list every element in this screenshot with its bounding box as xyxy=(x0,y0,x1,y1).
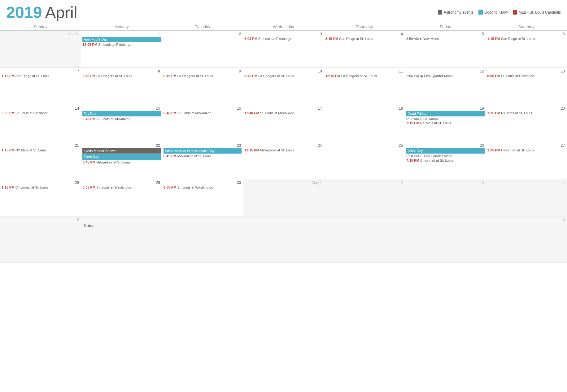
mlb-event: 6:40 PM St. Louis at Milwaukee xyxy=(164,111,242,115)
mlb-event: 12:40 PM St. Louis at Milwaukee xyxy=(244,111,322,115)
day-number: 17 xyxy=(244,106,322,111)
calendar-day: 19Good Friday6:12 AM ○ Full Moon7:15 PM … xyxy=(405,105,486,142)
notes-label: Notes xyxy=(82,223,565,229)
calendar-day: 36:05 PM St. Louis at Pittsburgh xyxy=(243,31,324,68)
mlb-event: 7:15 PM NY Mets at St. Louis xyxy=(406,121,484,125)
header-thursday: Thursday xyxy=(324,23,405,31)
event-time: 6:45 PM xyxy=(244,74,257,78)
event-text: First Quarter Moon xyxy=(423,74,452,78)
event-text: LA Dodgers at St. Louis xyxy=(176,74,213,78)
calendar-day: 166:40 PM St. Louis at Milwaukee xyxy=(162,105,243,142)
calendar-day: 5 xyxy=(0,216,81,263)
astronomy-event: 6:12 AM ○ Full Moon xyxy=(406,117,484,121)
event-time: 6:05 PM xyxy=(82,185,95,189)
calendar-day: 22Lyrids Meteor ShowerEarth Day6:45 PM M… xyxy=(81,142,162,179)
legend-box-mlb xyxy=(513,10,517,15)
event-text: Cincinnati at St. Louis xyxy=(419,159,453,162)
mlb-event: 1:15 PM Cincinnati at St. Louis xyxy=(487,148,565,152)
good-to-know-event: April Fool's Day xyxy=(82,37,160,42)
event-text: St. Louis at Milwaukee xyxy=(95,117,130,121)
legend-label-good-to-know: Good to Know xyxy=(484,10,508,15)
year: 2019 xyxy=(6,3,42,22)
calendar-day: 23Administrative Professionals Day6:45 P… xyxy=(162,142,243,179)
mlb-event: 6:05 PM St. Louis at Cincinnati xyxy=(487,74,565,78)
event-time: 1:15 PM xyxy=(487,148,500,152)
good-to-know-event: Arbor Day xyxy=(406,148,484,154)
event-time: 1:15 PM xyxy=(2,74,15,78)
legend-box-astronomy xyxy=(438,10,442,15)
event-text: St. Louis at Washington xyxy=(95,185,132,189)
mlb-event: 6:45 PM Milwaukee at St. Louis xyxy=(164,154,242,158)
day-number: 13 xyxy=(487,68,565,74)
calendar-day: 106:45 PM LA Dodgers at St. Louis xyxy=(243,68,324,105)
day-number: 29 xyxy=(82,180,160,185)
notes-cell: 6Notes xyxy=(81,216,567,263)
header-tuesday: Tuesday xyxy=(162,23,243,31)
day-number: 16 xyxy=(164,106,242,111)
calendar-day: 15Tax Day6:40 PM St. Louis at Milwaukee xyxy=(81,105,162,142)
legend-box-good-to-know xyxy=(478,10,483,15)
day-number: 2 xyxy=(164,31,242,37)
day-number: 20 xyxy=(487,106,565,111)
event-text: Milwaukee at St. Louis xyxy=(95,160,130,164)
event-time: 6:45 PM xyxy=(82,74,95,78)
event-text: St. Louis at Pittsburgh xyxy=(257,37,292,41)
event-time: 5:18 PM ☾ xyxy=(406,154,423,158)
astronomy-event: 3:50 AM ● New Moon xyxy=(406,37,484,41)
calendar-day: 53:50 AM ● New Moon xyxy=(405,31,486,68)
event-time: 6:45 PM xyxy=(164,154,177,158)
calendar-day: 136:05 PM St. Louis at Cincinnati xyxy=(486,68,567,105)
day-number: 2 xyxy=(325,180,403,185)
event-time: 1:15 PM xyxy=(487,37,500,41)
event-time: 6:05 PM xyxy=(487,74,500,78)
calendar-day: 18 xyxy=(324,105,405,142)
astronomy-event: 5:18 PM ☾ Last Quarter Moon xyxy=(406,154,484,158)
day-number: 18 xyxy=(325,106,403,111)
calendar-day: 26Arbor Day5:18 PM ☾ Last Quarter Moon7:… xyxy=(405,142,486,179)
month: April xyxy=(45,3,77,22)
event-time: 2:06 PM ◑ xyxy=(406,74,423,78)
mlb-event: 6:05 PM St. Louis at Washington xyxy=(82,185,160,189)
mlb-event: 1:15 PM San Diego at St. Louis xyxy=(2,74,80,78)
calendar-day: 2 xyxy=(162,31,243,68)
event-time: 6:40 PM xyxy=(164,111,177,115)
event-time: 6:05 PM xyxy=(164,185,177,189)
header-wednesday: Wednesday xyxy=(243,23,324,31)
day-number: Mar 31 xyxy=(2,31,80,37)
event-text: St. Louis at Washington xyxy=(176,185,213,189)
calendar-day: 1April Fool's Day12:05 PM St. Louis at P… xyxy=(81,31,162,68)
day-number: 9 xyxy=(164,68,242,74)
legend-good-to-know: Good to Know xyxy=(478,10,508,15)
event-text: Full Moon xyxy=(422,117,438,121)
event-text: St. Louis at Cincinnati xyxy=(500,74,534,78)
calendar-day: 61:15 PM San Diego at St. Louis xyxy=(486,31,567,68)
day-number: 26 xyxy=(406,143,484,148)
event-time: 6:05 PM xyxy=(244,37,257,41)
day-number: 24 xyxy=(244,143,322,148)
event-time: 6:12 AM ○ xyxy=(406,117,422,121)
mlb-event: 3:05 PM St. Louis at Cincinnati xyxy=(2,111,80,115)
event-text: Milwaukee at St. Louis xyxy=(259,148,294,152)
calendar-day: May 1 xyxy=(243,179,324,216)
mlb-event: 1:15 PM NY Mets at St. Louis xyxy=(487,111,565,115)
mlb-event: 6:05 PM St. Louis at Washington xyxy=(164,185,242,189)
event-time: 6:45 PM xyxy=(164,74,177,78)
calendar-day: 43:15 PM San Diego at St. Louis xyxy=(324,31,405,68)
header-friday: Friday xyxy=(405,23,486,31)
day-number: 4 xyxy=(487,180,565,185)
mlb-event: 12:15 PM LA Dodgers at St. Louis xyxy=(325,74,403,78)
admin-event: Administrative Professionals Day xyxy=(164,148,242,154)
mlb-event: 12:15 PM Milwaukee at St. Louis xyxy=(244,148,322,152)
day-number: 3 xyxy=(406,180,484,185)
day-number: 10 xyxy=(244,68,322,74)
calendar-day: 211:15 PM NY Mets at St. Louis xyxy=(0,142,81,179)
calendar-day: 4 xyxy=(486,179,567,216)
day-number: 21 xyxy=(2,143,80,148)
event-time: 12:40 PM xyxy=(244,111,259,115)
day-number: 11 xyxy=(325,68,403,74)
header-sunday: Sunday xyxy=(0,23,81,31)
calendar-title: 2019 April xyxy=(6,3,77,22)
event-text: NY Mets at St. Louis xyxy=(500,111,532,115)
event-text: Cincinnati at St. Louis xyxy=(500,148,534,152)
calendar-day: 3 xyxy=(405,179,486,216)
